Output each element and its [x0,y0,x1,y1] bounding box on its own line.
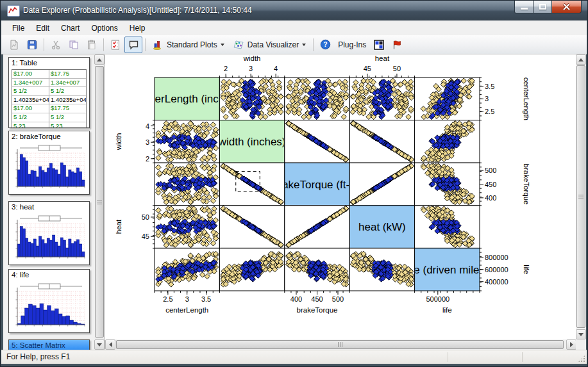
thumb-grip [97,200,102,204]
svg-text:400: 400 [485,194,496,202]
sidebar-scrollbar[interactable] [94,54,105,350]
svg-text:2.5: 2.5 [485,108,494,115]
scroll-right-button[interactable] [566,339,576,350]
svg-text:50: 50 [393,65,401,72]
mini-table-cell: 5 1/2 [49,87,86,95]
close-button[interactable] [552,1,582,13]
svg-text:brakeTorque: brakeTorque [523,164,530,205]
scroll-down-button[interactable] [94,339,105,350]
toolbar-separator [44,38,44,51]
page-thumbnail-sidebar: 1: Table $17.00$17.751.34e+0071.34e+0075… [3,54,94,350]
app-window: Data Explorer (Probabilistic Analysis)[U… [0,0,588,367]
scroll-up-button[interactable] [576,54,586,65]
svg-text:heat (kW): heat (kW) [358,221,406,233]
svg-text:45: 45 [142,232,149,240]
flag-tool-button[interactable] [388,37,406,53]
scroll-down-button[interactable] [576,329,586,339]
scrollbar-thumb[interactable] [116,340,564,349]
mini-table-row: 5 1/25 1/2 [12,113,86,122]
menu-chart[interactable]: Chart [55,22,85,35]
svg-text:3: 3 [185,295,189,303]
close-icon [562,3,571,10]
chart-vertical-scrollbar[interactable] [576,54,586,339]
thumbnail-title: 4: life [9,270,89,280]
speech-bubble-icon [128,40,139,50]
matrix-tool-button[interactable] [370,37,388,53]
paste-button[interactable] [83,37,101,53]
check-report-button[interactable] [106,37,124,53]
maximize-button[interactable] [533,1,552,13]
svg-text:centerLength: centerLength [523,77,530,120]
thumbnail-life-page[interactable]: 4: life [8,269,90,333]
svg-text:450: 450 [485,181,496,188]
dropdown-caret-icon [302,44,306,46]
thumbnail-title: 2: brakeTorque [9,131,89,142]
svg-text:width (inches): width (inches) [218,136,286,148]
menu-file[interactable]: File [6,22,30,35]
svg-text:3: 3 [249,65,253,72]
minimize-button[interactable] [514,1,533,13]
svg-text:life: life [442,306,452,314]
chart-horizontal-scrollbar[interactable] [105,339,576,350]
standard-plots-dropdown[interactable]: Standard Plots [148,37,229,53]
scrollbar-thumb[interactable] [95,66,104,338]
cut-button[interactable] [47,37,65,53]
scatter-matrix-plot[interactable]: centerLength (inches)width (inches)brake… [105,54,576,339]
braketorque-histogram-thumbnail [9,142,88,193]
arrow-down-icon [578,333,584,339]
arrow-up-icon [97,56,102,61]
thumbnail-braketorque-page[interactable]: 2: brakeTorque [8,131,90,195]
svg-text:brakeTorque (ft-lb): brakeTorque (ft-lb) [273,179,362,191]
mini-table-cell: $17.00 [12,104,49,113]
menu-options[interactable]: Options [85,22,123,35]
mini-table-cell: 5 1/2 [12,113,49,122]
paste-icon [87,40,97,50]
svg-text:life: life [523,265,530,274]
plugins-button[interactable]: Plug-Ins [334,40,370,49]
thumbnail-heat-page[interactable]: 3: heat [8,201,90,265]
scissors-icon [51,40,61,50]
svg-text:3: 3 [485,95,489,102]
status-pane-divider [522,352,523,362]
svg-text:3.5: 3.5 [201,295,211,303]
menu-help[interactable]: Help [124,22,151,35]
mini-table-cell: $17.75 [49,70,86,78]
svg-text:4: 4 [146,122,149,130]
svg-text:3.5: 3.5 [485,83,494,90]
scroll-left-button[interactable] [105,339,115,350]
mini-table-row: 1.40235e+0411.40235e+041 [12,95,86,104]
svg-text:3: 3 [146,138,149,146]
copy-button[interactable] [65,37,83,53]
checklist-icon [110,40,121,50]
svg-text:width: width [115,133,122,151]
mini-table-row: 5.235.23 [12,122,86,128]
data-visualizer-dropdown[interactable]: Data Visualizer [229,37,310,53]
comment-button[interactable] [124,37,142,53]
save-button[interactable] [23,37,41,53]
toolbar-separator [313,38,314,51]
thumbnail-table-page[interactable]: 1: Table $17.00$17.751.34e+0071.34e+0075… [8,57,90,128]
toolbar: Standard Plots Data Visualizer ? Plug-In… [1,35,587,54]
svg-text:heat: heat [375,54,390,62]
toolbar-separator [145,38,146,51]
thumbnail-scatter-matrix-page[interactable]: 5: Scatter Matrix [8,339,90,350]
save-icon [27,40,37,50]
svg-text:500: 500 [485,167,496,174]
svg-text:500: 500 [332,295,344,303]
thumbnail-title: 1: Table [9,58,89,68]
mini-table: $17.00$17.751.34e+0071.34e+0075 1/25 1/2… [12,69,87,128]
scroll-up-button[interactable] [94,54,105,65]
svg-text:400000: 400000 [485,278,508,286]
menu-edit[interactable]: Edit [30,22,55,35]
heat-histogram-thumbnail [9,212,88,263]
new-chart-button[interactable] [5,37,23,53]
data-visualizer-label: Data Visualizer [248,40,299,49]
mini-table-row: $17.00$17.75 [12,70,86,78]
scrollbar-thumb[interactable] [576,65,585,328]
resize-grip[interactable] [578,355,585,363]
help-icon: ? [320,39,331,50]
mini-table-cell: 5 1/2 [12,87,49,95]
mini-table-cell: 5.23 [12,122,49,128]
help-button[interactable]: ? [316,37,334,53]
arrow-right-icon [570,342,576,347]
